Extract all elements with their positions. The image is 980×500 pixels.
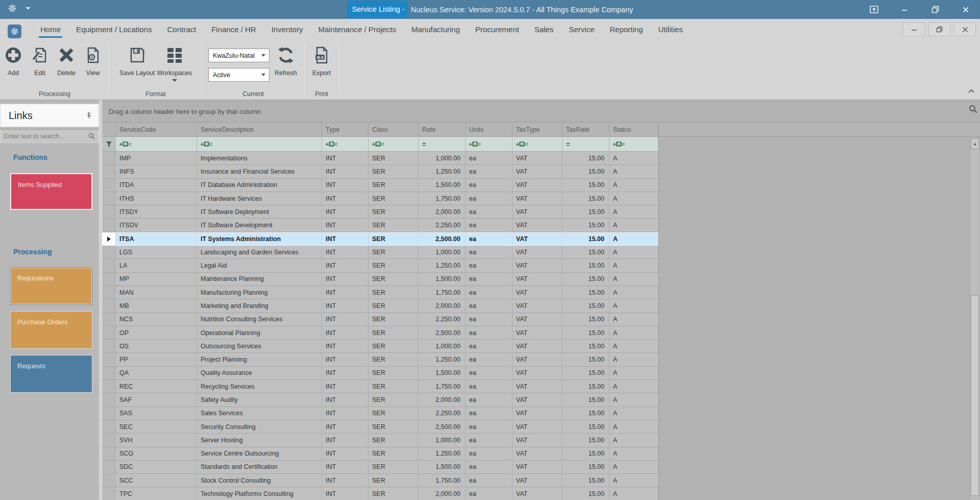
cell-type[interactable]: INT (322, 246, 369, 258)
edit-button[interactable]: Edit (28, 43, 52, 77)
cell-units[interactable]: ea (465, 434, 512, 446)
cell-status[interactable]: A (609, 165, 658, 178)
cell-units[interactable]: ea (465, 487, 512, 500)
table-row[interactable]: MPMaintenance PlanningINTSER1,500.00eaVA… (102, 273, 658, 286)
cell-type[interactable]: INT (322, 367, 369, 379)
refresh-button[interactable]: Refresh (275, 43, 297, 82)
cell-code[interactable]: SVH (116, 434, 197, 446)
cell-tax_rate[interactable]: 15.00 (562, 393, 609, 406)
row-indicator[interactable] (102, 420, 116, 433)
cell-rate[interactable]: 1,750.00 (419, 474, 465, 487)
cell-status[interactable]: A (609, 326, 658, 339)
cell-status[interactable]: A (609, 407, 658, 420)
filter-cell-rate[interactable]: = (419, 137, 465, 151)
grid-search-icon[interactable] (969, 105, 977, 115)
table-row[interactable]: LALegal AidINTSER1,250.00eaVAT15.00A (102, 259, 658, 272)
cell-rate[interactable]: 2,000.00 (419, 205, 465, 218)
cell-rate[interactable]: 2,000.00 (419, 487, 465, 500)
cell-class[interactable]: SER (369, 461, 419, 473)
cell-tax_rate[interactable]: 15.00 (562, 219, 609, 231)
row-indicator[interactable] (102, 487, 116, 500)
cell-units[interactable]: ea (465, 420, 512, 433)
cell-units[interactable]: ea (465, 273, 512, 285)
cell-rate[interactable]: 1,750.00 (419, 380, 465, 393)
cell-description[interactable]: Technology Platforms Consulting (197, 487, 322, 500)
row-indicator[interactable] (102, 407, 116, 420)
row-indicator[interactable] (102, 233, 116, 245)
region-select[interactable]: KwaZulu-Natal (208, 49, 270, 62)
cell-rate[interactable]: 1,500.00 (419, 367, 465, 379)
cell-type[interactable]: INT (322, 313, 369, 326)
cell-rate[interactable]: 2,000.00 (419, 393, 465, 406)
tab-contract[interactable]: Contract (159, 19, 204, 40)
cell-tax_rate[interactable]: 15.00 (562, 447, 609, 460)
cell-units[interactable]: ea (465, 461, 512, 473)
table-row[interactable]: SVHServer HostingINTSER1,000.00eaVAT15.0… (102, 434, 658, 447)
table-row[interactable]: SCOService Centre OutsourcingINTSER1,250… (102, 447, 658, 461)
row-indicator[interactable] (102, 273, 116, 285)
cell-description[interactable]: Implementations (197, 152, 322, 164)
cell-description[interactable]: Service Centre Outsourcing (197, 447, 322, 460)
cell-tax_rate[interactable]: 15.00 (562, 326, 609, 339)
cell-tax_rate[interactable]: 15.00 (562, 461, 609, 473)
cell-type[interactable]: INT (322, 487, 369, 500)
application-menu-button[interactable] (8, 25, 21, 38)
cell-tax_type[interactable]: VAT (512, 205, 562, 218)
cell-tax_type[interactable]: VAT (512, 434, 562, 446)
cell-tax_rate[interactable]: 15.00 (562, 313, 609, 326)
cell-tax_type[interactable]: VAT (512, 340, 562, 352)
status-filter-select[interactable]: Active (208, 68, 270, 82)
cell-description[interactable]: Project Planning (197, 353, 322, 366)
cell-type[interactable]: INT (322, 179, 369, 192)
cell-class[interactable]: SER (369, 233, 419, 245)
cell-class[interactable]: SER (369, 393, 419, 406)
table-row[interactable]: SAFSafety AudityINTSER2,000.00eaVAT15.00… (102, 393, 658, 407)
cell-units[interactable]: ea (465, 233, 512, 245)
cell-class[interactable]: SER (369, 179, 419, 192)
table-row[interactable]: ITSDYIT Software DeploymentINTSER2,000.0… (102, 205, 658, 219)
row-indicator[interactable] (102, 259, 116, 272)
cell-units[interactable]: ea (465, 205, 512, 218)
sidebar-tile-purchase-orders[interactable]: Purchase Orders (10, 311, 92, 349)
cell-class[interactable]: SER (369, 246, 419, 258)
cell-tax_rate[interactable]: 15.00 (562, 340, 609, 352)
cell-tax_rate[interactable]: 15.00 (562, 367, 609, 379)
cell-tax_type[interactable]: VAT (512, 407, 562, 420)
cell-status[interactable]: A (609, 299, 658, 312)
column-header-tax_type[interactable]: TaxType (512, 123, 562, 136)
cell-rate[interactable]: 2,250.00 (419, 219, 465, 231)
cell-tax_type[interactable]: VAT (512, 367, 562, 379)
cell-description[interactable]: Outsourcing Services (197, 340, 322, 352)
cell-tax_type[interactable]: VAT (512, 447, 562, 460)
tab-inventory[interactable]: Inventory (264, 19, 311, 40)
row-indicator[interactable] (102, 192, 116, 205)
cell-class[interactable]: SER (369, 219, 419, 231)
filter-cell-tax_rate[interactable]: = (562, 137, 609, 151)
row-indicator[interactable] (102, 165, 116, 178)
table-row[interactable]: NCSNutrition Consulting ServicesINTSER2,… (102, 313, 658, 326)
cell-tax_type[interactable]: VAT (512, 299, 562, 312)
cell-description[interactable]: Security Consulting (197, 420, 322, 433)
cell-units[interactable]: ea (465, 179, 512, 192)
table-row[interactable]: MBMarketing and BrandingINTSER2,000.00ea… (102, 299, 658, 313)
cell-type[interactable]: INT (322, 340, 369, 352)
tab-home[interactable]: Home (33, 19, 68, 40)
cell-tax_rate[interactable]: 15.00 (562, 434, 609, 446)
row-indicator[interactable] (102, 299, 116, 312)
cell-units[interactable]: ea (465, 353, 512, 366)
cell-units[interactable]: ea (465, 313, 512, 326)
cell-tax_type[interactable]: VAT (512, 286, 562, 299)
cell-description[interactable]: Nutrition Consulting Services (197, 313, 322, 326)
cell-class[interactable]: SER (369, 407, 419, 420)
cell-description[interactable]: Operational Planning (197, 326, 322, 339)
cell-description[interactable]: Quality Assurance (197, 367, 322, 379)
cell-tax_type[interactable]: VAT (512, 273, 562, 285)
cell-code[interactable]: SEC (116, 420, 197, 433)
cell-tax_rate[interactable]: 15.00 (562, 192, 609, 205)
cell-units[interactable]: ea (465, 152, 512, 164)
cell-status[interactable]: A (609, 286, 658, 299)
tab-procurement[interactable]: Procurement (468, 19, 527, 40)
row-indicator[interactable] (102, 286, 116, 299)
cell-status[interactable]: A (609, 246, 658, 258)
cell-class[interactable]: SER (369, 434, 419, 446)
